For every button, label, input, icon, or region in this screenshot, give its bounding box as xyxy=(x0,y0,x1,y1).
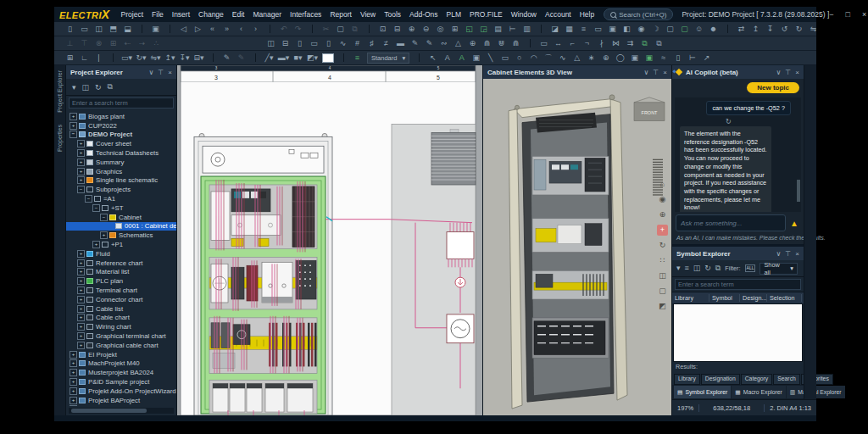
tree-item[interactable]: +Terminal chart xyxy=(66,286,176,295)
insert-terminal-icon[interactable]: ⊥ xyxy=(63,37,77,50)
menu-edit[interactable]: Edit xyxy=(228,10,249,19)
check-page-icon[interactable]: ▢ xyxy=(663,23,677,36)
titlebar-close-button[interactable]: × xyxy=(862,10,866,19)
select-none-icon[interactable]: ⊟ xyxy=(390,23,404,36)
tree-item[interactable]: +EI Projekt xyxy=(66,350,176,359)
style-select[interactable]: Standard▾ xyxy=(367,53,409,64)
globe-icon[interactable]: ⊕ xyxy=(465,37,480,50)
project-tree-hscrollbar[interactable] xyxy=(69,408,174,414)
image-edit-tool-icon[interactable]: ▣ xyxy=(642,52,656,64)
tab-macro-explorer[interactable]: ▦Macro Explorer xyxy=(732,386,786,398)
pointer-tool-icon[interactable]: ↖ xyxy=(426,52,440,64)
tab-category[interactable]: Category xyxy=(741,374,773,385)
macro-box2-icon[interactable]: ⋒ xyxy=(509,37,523,50)
collapse-icon[interactable]: ∨ xyxy=(776,69,782,76)
filter-select[interactable]: Show all▾ xyxy=(760,263,798,275)
tree-item[interactable]: +P&ID Sample project xyxy=(66,377,176,387)
tree-expander[interactable]: − xyxy=(70,131,77,138)
break-icon[interactable]: ∤ xyxy=(594,37,609,50)
join-icon[interactable]: ⋈ xyxy=(609,37,623,50)
tree-expander[interactable]: + xyxy=(70,351,77,359)
tab-properties[interactable]: Properties xyxy=(57,125,63,152)
rotate-right-icon[interactable]: ↻ xyxy=(792,23,806,36)
arrange-drop-icon[interactable]: ⊟▾ xyxy=(192,52,206,64)
tree-item[interactable]: −+ST xyxy=(66,203,176,213)
tree-expander[interactable]: + xyxy=(77,259,85,267)
bracket-tool-icon[interactable]: ▯ xyxy=(670,52,685,64)
save-as-icon[interactable]: ⬒ xyxy=(106,23,120,36)
page-properties-icon[interactable]: ◧ xyxy=(620,23,634,36)
tree-expander[interactable]: + xyxy=(77,296,85,303)
fit-view-icon[interactable]: ∷ xyxy=(657,255,668,266)
tree-expander[interactable]: + xyxy=(70,387,77,395)
new-page-icon[interactable]: ◫ xyxy=(82,83,90,92)
insert-motor-icon[interactable]: ⊗ xyxy=(92,37,106,50)
tree-expander[interactable]: + xyxy=(70,359,77,367)
redline-icon[interactable]: ☺ xyxy=(692,23,706,36)
symbol-explorer-header[interactable]: Symbol Explorer ∨⊤× xyxy=(672,247,804,260)
tree-item[interactable]: +Projekt Add-On ProjectWizard xyxy=(66,387,176,396)
refresh-icon[interactable]: ↻ xyxy=(726,118,794,125)
save-view-icon[interactable]: ◫ xyxy=(657,270,668,281)
menu-plm[interactable]: PLM xyxy=(442,10,465,19)
copilot-header[interactable]: AI Copilot (beta) ∨⊤× xyxy=(672,65,804,79)
global-search[interactable]: Search (Ctrl+Q) xyxy=(604,8,673,20)
tab-search[interactable]: Search xyxy=(773,374,800,385)
menu-pro-file[interactable]: PRO.FILE xyxy=(465,10,507,19)
grid-settings-icon[interactable]: ⊞ xyxy=(63,52,77,64)
tree-item[interactable]: −Subprojects xyxy=(66,185,176,194)
check-project-icon[interactable]: ▢ xyxy=(677,23,692,36)
tree-expander[interactable]: + xyxy=(70,369,77,376)
align-top-icon[interactable]: ↥ xyxy=(748,23,763,36)
tree-item[interactable]: +Graphical cable chart xyxy=(66,341,176,350)
tree-item[interactable]: +Cable chart xyxy=(66,314,176,323)
menu-window[interactable]: Window xyxy=(507,10,541,19)
tab-symbol-explorer[interactable]: ▤Symbol Explorer xyxy=(674,386,731,398)
tree-expander[interactable]: − xyxy=(100,214,108,221)
titlebar-maximize-button[interactable]: □ xyxy=(846,10,850,19)
pin-icon[interactable]: ⊤ xyxy=(653,69,659,76)
send-icon[interactable]: ▲ xyxy=(788,219,800,228)
arc3-tool-icon[interactable]: ⌒ xyxy=(541,52,555,64)
tree-expander[interactable]: + xyxy=(70,397,77,404)
page-number-icon[interactable]: ▤ xyxy=(491,23,505,36)
scrollbar-thumb[interactable] xyxy=(797,180,800,202)
ortho-mode-icon[interactable]: ∟ xyxy=(77,52,92,64)
nav-back-icon[interactable]: ◁ xyxy=(176,23,191,36)
undo-icon[interactable]: ↶ xyxy=(276,23,291,36)
tree-item[interactable]: +Connector chart xyxy=(66,295,176,304)
page-view-icon[interactable]: ▯ xyxy=(321,37,336,50)
tree-expander[interactable]: + xyxy=(77,277,85,285)
image-tool-icon[interactable]: ▣ xyxy=(627,52,642,64)
menu-account[interactable]: Account xyxy=(541,10,576,19)
tree-item[interactable]: +Fluid xyxy=(66,249,176,259)
select-all-icon[interactable]: ⊡ xyxy=(376,23,390,36)
rail-double-icon[interactable]: ♯ xyxy=(364,37,379,50)
dark-mode-icon[interactable]: ☽ xyxy=(648,23,663,36)
line-style-drop-icon[interactable]: ▬▾ xyxy=(276,52,291,64)
tree-item[interactable]: +Cable list xyxy=(66,304,176,314)
tree-item[interactable]: +Projekt BAProject xyxy=(66,396,176,405)
cut-icon[interactable]: ✂ xyxy=(319,23,333,36)
trim-icon[interactable]: ⌐ xyxy=(565,37,580,50)
tree-item[interactable]: +Reference chart xyxy=(66,259,176,268)
color-swatch[interactable] xyxy=(322,53,334,63)
stretch-icon[interactable]: ↔ xyxy=(551,37,565,50)
sym-copy-icon[interactable]: ◫ xyxy=(693,264,701,273)
split-vertical-icon[interactable]: ⊟ xyxy=(278,37,292,50)
archive-icon[interactable]: ≡ xyxy=(576,23,591,36)
close-icon[interactable]: × xyxy=(795,69,799,76)
pin-icon[interactable]: ⊤ xyxy=(785,250,791,258)
tree-expander[interactable]: + xyxy=(100,231,108,239)
column-header-design[interactable]: Design... xyxy=(740,294,767,302)
tree-item[interactable]: −DEMO Project xyxy=(66,131,176,140)
eraser-icon[interactable]: ∾ xyxy=(437,37,451,50)
save-icon[interactable]: ◫ xyxy=(92,23,106,36)
tab-library[interactable]: Library xyxy=(674,374,700,385)
offset-icon[interactable]: ⇉ xyxy=(623,37,637,50)
tree-expander[interactable]: + xyxy=(77,250,85,258)
menu-project[interactable]: Project xyxy=(117,10,147,19)
extend-icon[interactable]: ¬ xyxy=(580,37,594,50)
line-tool-icon[interactable]: ╲ xyxy=(483,52,498,64)
scrollbar-thumb[interactable] xyxy=(71,409,147,413)
